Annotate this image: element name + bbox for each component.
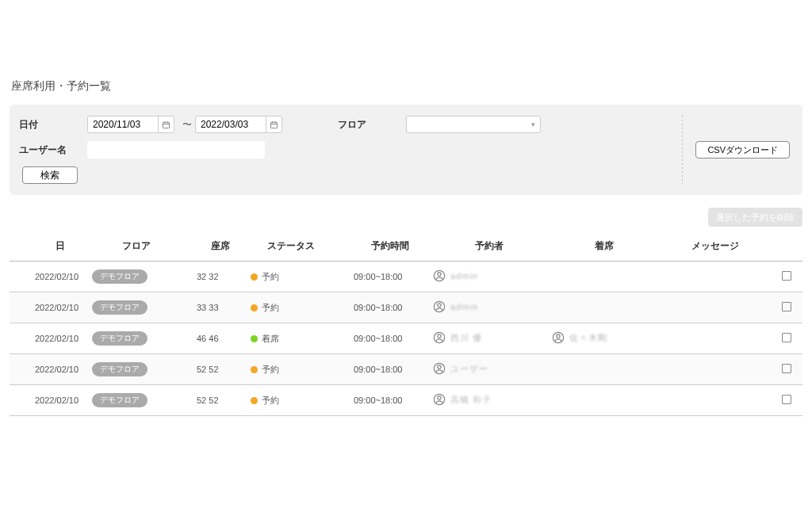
- status-badge: 予約: [251, 271, 279, 283]
- date-to-calendar-button[interactable]: [266, 117, 282, 132]
- table-row: 2022/02/10デモフロア52 52予約09:00~18:00高橋 和子: [10, 385, 802, 416]
- col-check: [771, 231, 802, 262]
- cell-msg: [660, 385, 771, 416]
- filter-bar: 日付 〜 フロア ▾: [10, 105, 802, 195]
- cell-time: 09:00~18:00: [335, 354, 430, 385]
- user-icon: [552, 331, 565, 344]
- filter-divider: [682, 116, 683, 184]
- calendar-icon: [270, 120, 278, 129]
- svg-rect-4: [270, 122, 277, 128]
- status-dot-icon: [251, 304, 258, 311]
- reservation-table: 日 フロア 座席 ステータス 予約時間 予約者 着席 メッセージ 2022/02…: [10, 231, 802, 416]
- cell-msg: [660, 262, 771, 292]
- cell-date: 2022/02/10: [10, 354, 89, 385]
- user-icon: [433, 393, 446, 406]
- col-date: 日: [10, 231, 89, 262]
- row-checkbox[interactable]: [782, 395, 791, 404]
- col-seater: 着席: [549, 231, 660, 262]
- cell-date: 2022/02/10: [10, 292, 89, 323]
- user-name: 西川 優: [450, 332, 482, 344]
- cell-msg: [660, 292, 771, 323]
- status-badge: 予約: [251, 364, 279, 376]
- cell-time: 09:00~18:00: [335, 292, 430, 323]
- row-checkbox[interactable]: [782, 364, 791, 373]
- user-icon: [433, 269, 446, 282]
- calendar-icon: [162, 120, 170, 129]
- user-name: 高橋 和子: [450, 394, 492, 406]
- csv-download-button[interactable]: CSVダウンロード: [695, 141, 790, 159]
- cell-date: 2022/02/10: [10, 385, 89, 416]
- cell-time: 09:00~18:00: [335, 323, 430, 354]
- cell-date: 2022/02/10: [10, 323, 89, 354]
- status-badge: 予約: [251, 395, 279, 407]
- cell-seat: 46 46: [184, 323, 247, 354]
- cell-seat: 52 52: [184, 354, 247, 385]
- svg-point-9: [438, 273, 441, 276]
- user-name: admin: [450, 271, 478, 281]
- col-user: 予約者: [430, 231, 549, 262]
- delete-selected-button[interactable]: 選択した予約を削除: [708, 208, 802, 227]
- status-dot-icon: [251, 273, 258, 281]
- table-row: 2022/02/10デモフロア32 32予約09:00~18:00admin: [10, 262, 802, 292]
- col-status: ステータス: [247, 231, 335, 262]
- table-row: 2022/02/10デモフロア46 46着席09:00~18:00西川 優佐々木…: [10, 323, 802, 354]
- user-icon: [433, 362, 446, 375]
- svg-point-19: [438, 396, 441, 399]
- status-dot-icon: [251, 397, 258, 404]
- cell-time: 09:00~18:00: [335, 385, 430, 416]
- row-checkbox[interactable]: [782, 302, 791, 311]
- floor-chip: デモフロア: [92, 300, 147, 315]
- table-row: 2022/02/10デモフロア33 33予約09:00~18:00admin: [10, 292, 802, 323]
- cell-msg: [660, 323, 771, 354]
- search-button[interactable]: 検索: [22, 166, 78, 184]
- seater-name: 佐々木剛: [569, 332, 607, 344]
- cell-time: 09:00~18:00: [335, 262, 430, 292]
- row-checkbox[interactable]: [782, 333, 791, 342]
- page-title: 座席利用・予約一覧: [11, 79, 802, 94]
- user-name: ユーザー: [450, 363, 488, 375]
- chevron-down-icon: ▾: [531, 120, 535, 128]
- floor-label: フロア: [338, 118, 406, 132]
- user-name: admin: [450, 302, 478, 311]
- date-range-separator: 〜: [182, 118, 192, 132]
- col-time: 予約時間: [335, 231, 430, 262]
- svg-point-15: [557, 334, 560, 338]
- user-icon: [433, 331, 446, 344]
- floor-chip: デモフロア: [92, 331, 147, 346]
- floor-select[interactable]: ▾: [406, 116, 541, 133]
- user-label: ユーザー名: [19, 143, 87, 157]
- status-dot-icon: [251, 366, 258, 373]
- date-label: 日付: [19, 118, 87, 132]
- row-checkbox[interactable]: [782, 271, 791, 281]
- cell-date: 2022/02/10: [10, 262, 89, 292]
- col-msg: メッセージ: [660, 231, 771, 262]
- svg-rect-0: [163, 122, 169, 128]
- floor-chip: デモフロア: [92, 362, 147, 376]
- cell-seat: 32 32: [184, 262, 247, 292]
- floor-chip: デモフロア: [92, 269, 147, 284]
- status-badge: 着席: [251, 333, 279, 345]
- svg-point-13: [438, 334, 441, 338]
- date-from-calendar-button[interactable]: [158, 117, 174, 132]
- cell-msg: [660, 354, 771, 385]
- cell-seat: 52 52: [184, 385, 247, 416]
- cell-seat: 33 33: [184, 292, 247, 323]
- user-icon: [433, 300, 446, 313]
- svg-point-11: [438, 304, 441, 307]
- status-dot-icon: [251, 335, 258, 342]
- floor-chip: デモフロア: [92, 393, 147, 407]
- status-badge: 予約: [251, 302, 279, 314]
- svg-point-17: [438, 365, 441, 369]
- user-name-input[interactable]: [87, 141, 265, 159]
- col-floor: フロア: [89, 231, 184, 262]
- col-seat: 座席: [184, 231, 247, 262]
- table-row: 2022/02/10デモフロア52 52予約09:00~18:00ユーザー: [10, 354, 802, 385]
